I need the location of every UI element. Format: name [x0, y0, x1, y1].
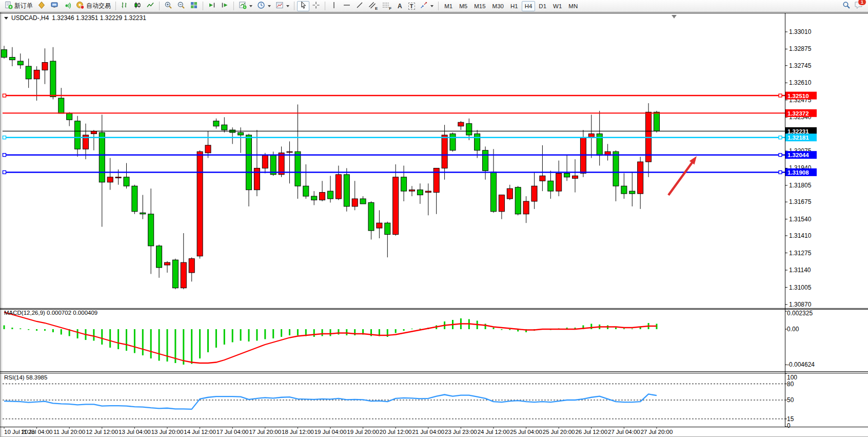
- bar-chart-button[interactable]: [119, 1, 131, 11]
- time-tick-label: 18 Jul 12:00: [282, 429, 314, 435]
- profile-button[interactable]: [35, 1, 48, 11]
- vertical-line-tool-button[interactable]: [328, 1, 340, 11]
- candle-body: [213, 121, 219, 126]
- timeframe-D1[interactable]: D1: [536, 1, 549, 11]
- candle-body: [417, 190, 423, 195]
- toolbar-separator: [294, 2, 294, 10]
- cursor-tool-button[interactable]: [297, 1, 309, 11]
- autotrading-button[interactable]: 自动交易: [74, 1, 113, 11]
- candlestick-chart-button[interactable]: [131, 1, 144, 11]
- auto-scroll-button[interactable]: [206, 1, 218, 11]
- candle-body: [156, 246, 162, 268]
- chart-symbol: USDCAD-,H4: [11, 14, 49, 22]
- line-chart-button[interactable]: [144, 1, 156, 11]
- timeframe-M30[interactable]: M30: [489, 1, 507, 11]
- text-tool-icon: A: [398, 3, 402, 10]
- crosshair-tool-button[interactable]: [310, 1, 322, 11]
- chart-canvas[interactable]: 1.330101.328751.327451.326101.324751.323…: [0, 0, 868, 437]
- hline-handle-left[interactable]: [3, 136, 6, 139]
- candle-body: [523, 201, 529, 214]
- candle-body: [515, 187, 521, 214]
- notifications-button[interactable]: 1: [854, 1, 863, 11]
- fibonacci-tool-button[interactable]: F: [380, 1, 393, 11]
- chevron-down-icon: [286, 5, 289, 7]
- time-tick-label: 14 Jul 12:00: [184, 429, 216, 435]
- zoom-in-button[interactable]: [162, 1, 174, 11]
- timeframe-H4[interactable]: H4: [522, 1, 536, 11]
- fibonacci-icon: [382, 1, 389, 11]
- toolbar-separator: [325, 2, 325, 10]
- candle-body: [246, 135, 252, 190]
- toolbar-separator: [159, 2, 160, 10]
- time-tick-label: 24 Jul 12:00: [478, 429, 510, 435]
- zoom-out-button[interactable]: [175, 1, 187, 11]
- hline-handle-left[interactable]: [3, 154, 6, 157]
- candle-body: [613, 151, 619, 186]
- candle-body: [336, 175, 341, 199]
- candle-body: [165, 262, 170, 265]
- periods-button[interactable]: [255, 1, 273, 11]
- hline-handle-right[interactable]: [779, 154, 782, 157]
- symbol-dropdown-icon[interactable]: [4, 17, 8, 20]
- time-tick-label: 20 Jul 12:00: [380, 429, 412, 435]
- templates-button[interactable]: [273, 1, 291, 11]
- hline-handle-left[interactable]: [3, 94, 6, 97]
- market-watch-button[interactable]: [48, 1, 61, 11]
- timeframe-MN[interactable]: MN: [565, 1, 581, 11]
- price-tick-label: 1.32875: [789, 45, 812, 52]
- candle-body: [393, 177, 399, 235]
- candle-body: [172, 260, 178, 288]
- channel-icon: [368, 1, 376, 11]
- equidistant-channel-tool-button[interactable]: E: [366, 1, 380, 11]
- candle-body: [67, 113, 72, 120]
- new-order-button[interactable]: 新订单: [3, 1, 35, 11]
- hline-handle-right[interactable]: [779, 94, 782, 97]
- hline-handle-left[interactable]: [3, 170, 6, 174]
- candle-body: [99, 132, 105, 182]
- indicators-button[interactable]: [236, 1, 254, 11]
- chart-ohlc-values: 1.32346 1.32351 1.32229 1.32231: [52, 14, 146, 22]
- new-order-icon: [5, 1, 13, 11]
- timeframe-M15[interactable]: M15: [471, 1, 488, 11]
- indicators-icon: [239, 1, 247, 11]
- time-tick-label: 19 Jul 20:00: [347, 429, 379, 435]
- timeframe-M1[interactable]: M1: [441, 1, 456, 11]
- trendline-tool-button[interactable]: [353, 1, 366, 11]
- text-tool-button[interactable]: A: [394, 1, 405, 11]
- candle-body: [638, 162, 643, 194]
- timeframe-M5[interactable]: M5: [456, 1, 470, 11]
- candle-body: [50, 61, 56, 97]
- horizontal-line-tool-button[interactable]: [341, 1, 353, 11]
- toolbar-separator: [203, 2, 203, 10]
- candle-body: [320, 193, 325, 200]
- signals-button[interactable]: [61, 1, 73, 11]
- candle-body: [450, 134, 456, 150]
- candle-body: [26, 66, 31, 79]
- candle-body: [115, 177, 121, 178]
- timeframe-W1[interactable]: W1: [550, 1, 565, 11]
- price-badge-label: 1.32044: [787, 152, 809, 158]
- chevron-down-icon: [249, 5, 252, 7]
- candle-body: [629, 191, 635, 194]
- search-icon[interactable]: [842, 1, 851, 12]
- toolbar-separator: [115, 2, 116, 10]
- price-tick-label: 1.31675: [789, 198, 812, 205]
- hline-handle-right[interactable]: [779, 170, 782, 174]
- time-tick-label: 27 Jul 20:00: [641, 429, 673, 435]
- time-tick-label: 13 Jul 20:00: [151, 429, 184, 435]
- timeframe-H1[interactable]: H1: [507, 1, 521, 11]
- candle-body: [425, 191, 431, 192]
- tile-windows-button[interactable]: [188, 1, 200, 11]
- hline-handle-right[interactable]: [779, 136, 782, 139]
- text-label-tool-button[interactable]: T: [406, 1, 417, 11]
- candlestick-chart-icon: [133, 1, 142, 11]
- time-tick-label: 25 Jul 20:00: [543, 429, 575, 435]
- candle-body: [132, 186, 137, 212]
- candle-body: [573, 176, 578, 178]
- market-watch-icon: [50, 1, 58, 11]
- time-tick-label: 12 Jul 12:00: [86, 429, 118, 435]
- candle-body: [548, 181, 554, 191]
- time-tick-label: 11 Jul 20:00: [53, 429, 85, 435]
- arrows-tool-button[interactable]: [418, 1, 436, 11]
- chart-shift-button[interactable]: [219, 1, 231, 11]
